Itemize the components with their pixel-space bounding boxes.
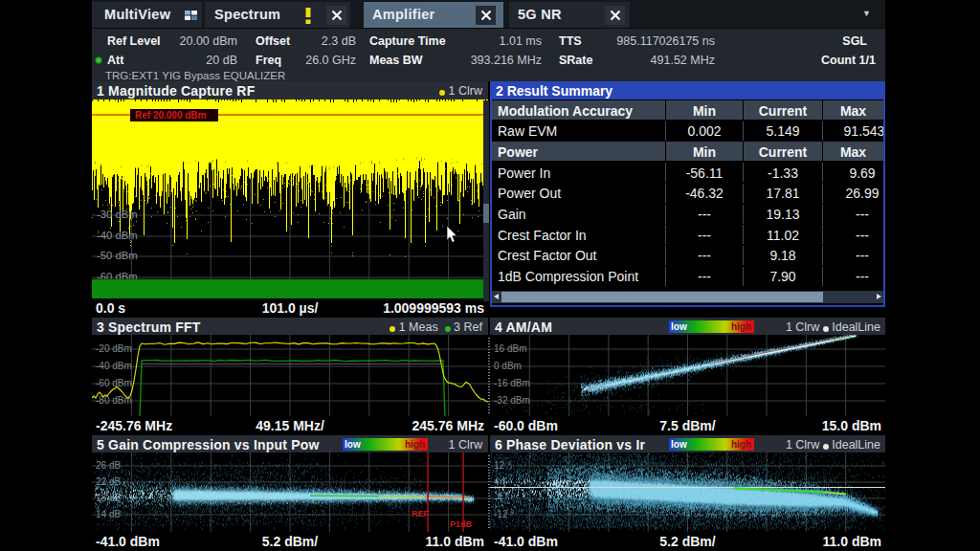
svg-text:-40 dBm: -40 dBm — [96, 361, 132, 371]
svg-text:-32 dBm: -32 dBm — [494, 395, 530, 406]
svg-text:-50 dBm: -50 dBm — [97, 250, 138, 261]
svg-text:P1dB: P1dB — [450, 519, 473, 529]
svg-text:-40 dBm: -40 dBm — [97, 230, 138, 241]
svg-text:0 dBm: 0 dBm — [494, 361, 522, 371]
svg-text:Ref 20.000 dBm: Ref 20.000 dBm — [135, 110, 207, 121]
svg-text:-20 dBm: -20 dBm — [96, 343, 132, 354]
svg-text:REF: REF — [412, 509, 430, 518]
svg-text:-60 dBm: -60 dBm — [96, 378, 132, 388]
svg-text:16 dBm: 16 dBm — [494, 343, 526, 354]
svg-text:-16 dBm: -16 dBm — [494, 378, 530, 388]
svg-text:-30 dBm: -30 dBm — [97, 209, 138, 220]
